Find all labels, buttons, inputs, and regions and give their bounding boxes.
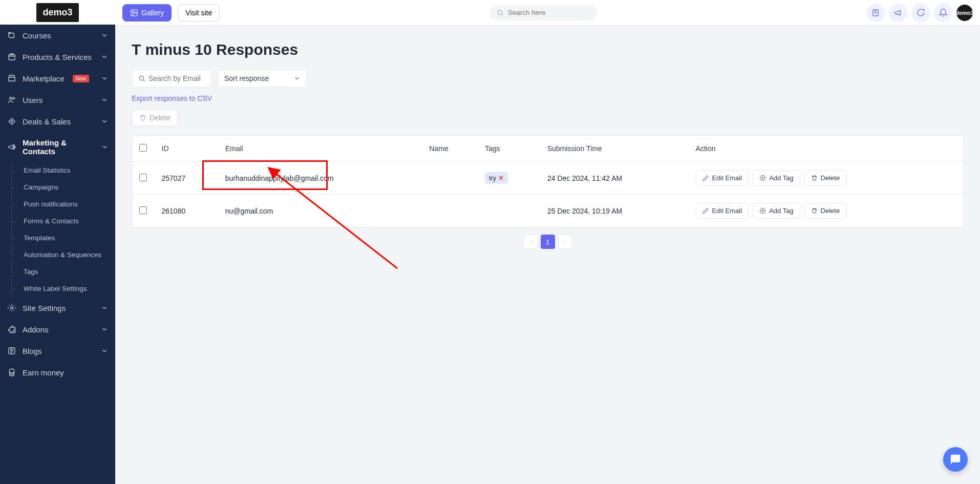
tag-chip: try✕ [485,172,508,184]
logo: demo3 [36,3,78,22]
sidebar-item-marketing[interactable]: Marketing & Contacts [0,132,115,162]
sidebar-sub-item[interactable]: Templates [15,229,115,246]
cell-name [422,195,478,227]
cell-id: 257027 [155,162,218,195]
sidebar-sub-item[interactable]: Email Statistics [15,162,115,179]
sidebar-sub-item[interactable]: White Label Settings [15,280,115,297]
add-tag-button[interactable]: Add Tag [753,170,800,186]
chevron-down-icon [101,347,108,354]
addons-icon [7,325,16,334]
header: Gallery Visit site demo3 [115,0,980,26]
page-title: T minus 10 Responses [132,41,964,58]
sidebar-item-earn[interactable]: Earn money [0,362,115,383]
trash-icon [139,114,146,121]
global-search[interactable] [489,5,597,20]
sidebar: demo3 Courses Products & Services Market… [0,0,115,484]
trash-icon [811,207,818,214]
chevron-down-icon [101,96,108,103]
col-name: Name [422,136,478,162]
logo-box: demo3 [0,0,115,25]
export-csv-link[interactable]: Export responses to CSV [132,94,212,102]
sidebar-item-label: Site Settings [23,304,66,312]
svg-point-11 [139,76,143,80]
cell-email: nu@gmail.com [218,195,422,227]
megaphone-icon [893,8,903,17]
chat-fab[interactable] [943,447,968,472]
chevron-down-icon [101,118,108,125]
marketing-icon [7,142,16,152]
sidebar-sub-item[interactable]: Forms & Contacts [15,213,115,229]
sort-select[interactable]: Sort response [218,70,307,87]
sidebar-sub-item[interactable]: Campaigns [15,179,115,196]
earn-icon [7,368,16,377]
col-id: ID [155,136,218,162]
cell-email: burhanuddinappifylab@gmail.com [218,162,422,195]
table-row: 257027 burhanuddinappifylab@gmail.com tr… [132,162,964,195]
gallery-icon [130,9,138,17]
page-prev[interactable] [523,235,538,249]
cell-time: 24 Dec 2024, 11:42 AM [540,162,689,195]
chat-icon-button[interactable] [911,4,930,22]
col-time: Submission Time [540,136,689,162]
responses-table: ID Email Name Tags Submission Time Actio… [132,135,964,227]
sidebar-item-label: Marketing & Contacts [23,138,95,156]
announce-icon-button[interactable] [889,4,907,22]
svg-point-9 [498,10,502,14]
plus-circle-icon [759,175,766,181]
sidebar-item-users[interactable]: Users [0,89,115,111]
new-badge: New [73,75,89,82]
tag-remove[interactable]: ✕ [498,174,504,182]
col-tags: Tags [478,136,540,162]
visit-site-button[interactable]: Visit site [178,4,220,22]
edit-email-button[interactable]: Edit Email [696,170,749,186]
search-by-email[interactable] [132,70,211,87]
sidebar-sub-item[interactable]: Automation & Sequences [15,246,115,263]
trash-icon [811,175,818,181]
col-email: Email [218,136,422,162]
cell-tags: try✕ [478,162,540,195]
sidebar-item-products[interactable]: Products & Services [0,46,115,68]
chevron-down-icon [101,53,108,60]
avatar[interactable]: demo3 [956,5,973,21]
cell-time: 25 Dec 2024, 10:19 AM [540,195,689,227]
page-1[interactable]: 1 [541,235,555,249]
bell-icon-button[interactable] [934,4,952,22]
bell-icon [939,8,948,17]
delete-row-button[interactable]: Delete [804,170,847,186]
sidebar-item-label: Earn money [23,368,64,377]
cell-tags [478,195,540,227]
sidebar-item-label: Deals & Sales [23,117,71,126]
svg-point-8 [133,11,134,12]
select-all-checkbox[interactable] [139,144,147,152]
sidebar-item-blogs[interactable]: Blogs [0,340,115,362]
feedback-icon-button[interactable] [866,4,885,22]
gallery-button[interactable]: Gallery [122,4,172,22]
page-next[interactable] [558,235,572,249]
courses-icon [7,31,16,40]
chat-bubble-icon [950,454,961,465]
svg-rect-0 [9,55,15,60]
global-search-input[interactable] [508,9,590,16]
content: T minus 10 Responses Sort response Expor… [115,26,980,484]
chevron-down-icon [101,143,108,151]
search-by-email-input[interactable] [148,74,205,82]
sidebar-item-deals[interactable]: Deals & Sales [0,111,115,132]
edit-email-button[interactable]: Edit Email [696,203,749,219]
add-tag-button[interactable]: Add Tag [753,203,800,219]
row-checkbox[interactable] [139,174,147,181]
sidebar-sub-item[interactable]: Push notifications [15,196,115,213]
sidebar-item-addons[interactable]: Addons [0,319,115,340]
row-checkbox[interactable] [139,206,147,214]
bulk-delete-button[interactable]: Delete [132,110,178,126]
sidebar-item-settings[interactable]: Site Settings [0,297,115,319]
feedback-icon [871,8,880,17]
sidebar-item-marketplace[interactable]: Marketplace New [0,68,115,89]
plus-circle-icon [759,207,766,214]
chevron-down-icon [101,75,108,82]
col-action: Action [689,136,964,162]
svg-point-1 [10,97,12,100]
sidebar-sub-item[interactable]: Tags [15,263,115,280]
sidebar-item-label: Products & Services [23,53,92,61]
sidebar-item-courses[interactable]: Courses [0,25,115,46]
delete-row-button[interactable]: Delete [804,203,847,219]
